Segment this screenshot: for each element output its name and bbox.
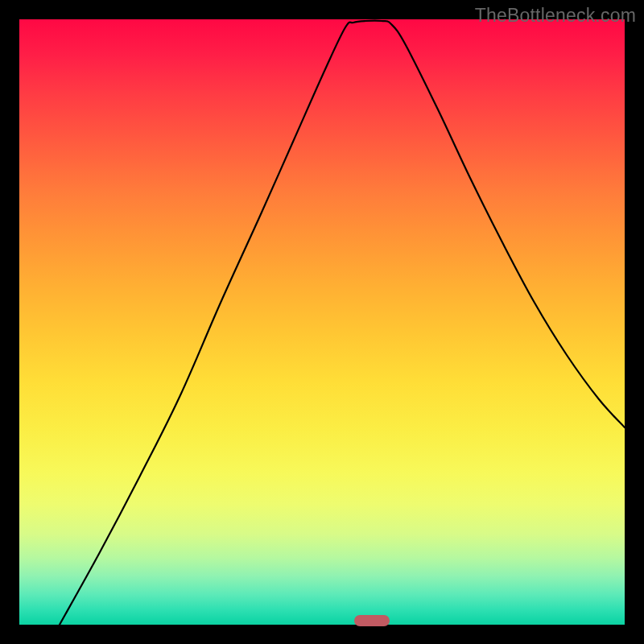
bottleneck-curve: [19, 19, 625, 625]
chart-container: TheBottleneck.com: [0, 0, 644, 644]
plot-area: [19, 19, 625, 625]
watermark-text: TheBottleneck.com: [475, 5, 636, 27]
curve-path: [60, 21, 625, 625]
optimal-marker: [354, 615, 390, 626]
